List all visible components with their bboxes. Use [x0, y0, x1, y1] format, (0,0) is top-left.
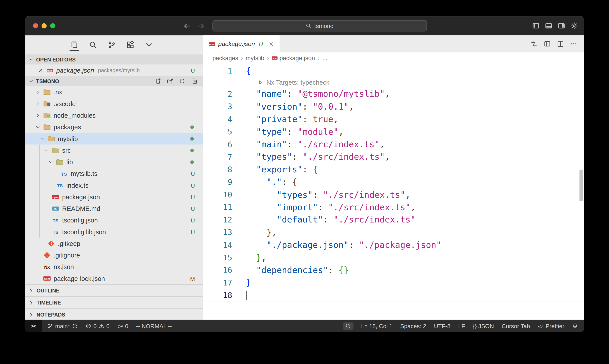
status-notifications[interactable]	[572, 323, 578, 329]
status-problems[interactable]: 00	[86, 323, 110, 329]
line-content: ".": {	[232, 177, 297, 187]
codelens-nx-targets[interactable]: Nx Targets: typecheck	[203, 77, 584, 88]
npm-icon: npm	[43, 274, 51, 282]
code-line-15[interactable]: 15 },	[203, 251, 584, 264]
code-line-11[interactable]: 11 "import": "./src/index.ts",	[203, 201, 584, 213]
toggle-secondary-sidebar-button[interactable]	[558, 22, 565, 29]
close-tab-button[interactable]	[268, 41, 274, 47]
tree-item-readme-md[interactable]: M↓README.mdU	[25, 203, 203, 214]
status-formatter-prettier[interactable]: Prettier	[538, 323, 564, 329]
open-editors-header[interactable]: OPEN EDITORS	[25, 54, 203, 65]
open-editor-item[interactable]: npmpackage.jsonpackages/mytslibU	[25, 65, 203, 76]
tree-item-lib[interactable]: lib	[25, 156, 203, 168]
code-line-13[interactable]: 13 },	[203, 226, 584, 239]
breadcrumb-item[interactable]: ...	[323, 54, 327, 62]
breadcrumb-item[interactable]: npmpackage.json	[272, 54, 315, 62]
status-vim-mode[interactable]: -- NORMAL --	[136, 323, 172, 329]
panel-timeline[interactable]: TIMELINE	[25, 296, 203, 308]
code-line-10[interactable]: 10 "types": "./src/index.ts",	[203, 188, 584, 201]
refresh-explorer-button[interactable]	[179, 78, 185, 84]
status-right: Ln 18, Col 1Spaces: 2UTF-8LF{} JSONCurso…	[343, 322, 578, 330]
tab-package-json[interactable]: npmpackage.jsonU	[203, 35, 280, 52]
explorer-header[interactable]: TSMONO	[25, 76, 203, 86]
status-indentation[interactable]: Spaces: 2	[400, 323, 426, 329]
code-line-12[interactable]: 12 "default": "./src/index.ts"	[203, 213, 584, 226]
panel-notepads[interactable]: NOTEPADS	[25, 308, 203, 320]
tree-item-vscode[interactable]: .vscode	[25, 98, 203, 109]
view-explorer-button[interactable]	[68, 38, 80, 52]
status-eol[interactable]: LF	[458, 323, 465, 329]
code-line-4[interactable]: 4 "private": true,	[203, 113, 584, 126]
status-remote-indicator[interactable]: ><	[25, 320, 42, 332]
code-line-17[interactable]: 17}	[203, 276, 584, 289]
tree-item-label: node_modules	[54, 112, 96, 119]
status-text: 0	[93, 323, 97, 329]
code-line-5[interactable]: 5 "type": "module",	[203, 125, 584, 138]
tree-item-gitignore[interactable]: .gitignore	[25, 249, 203, 261]
code-line-7[interactable]: 7 "types": "./src/index.ts",	[203, 151, 584, 163]
command-center-search[interactable]: tsmono	[212, 20, 427, 31]
tree-item-nx[interactable]: .nx	[25, 86, 203, 98]
status-cursor-position[interactable]: Ln 18, Col 1	[361, 323, 393, 329]
breadcrumb-separator: ›	[267, 55, 269, 61]
status-cursor-tab[interactable]: Cursor Tab	[502, 323, 530, 329]
tree-item-index-ts[interactable]: TSindex.tsU	[25, 179, 203, 191]
status-encoding[interactable]: UTF-8	[434, 323, 450, 329]
forward-button[interactable]	[197, 22, 205, 30]
code-line-1[interactable]: 1{	[203, 65, 584, 77]
code-line-8[interactable]: 8 "exports": {	[203, 163, 584, 176]
line-number: 13	[203, 228, 232, 237]
new-folder-button[interactable]	[167, 78, 173, 84]
compare-changes-button[interactable]	[531, 40, 537, 48]
minimize-window-button[interactable]	[41, 23, 47, 28]
zoom-window-button[interactable]	[50, 23, 55, 28]
settings-button[interactable]	[570, 22, 578, 29]
split-editor-button[interactable]	[557, 40, 564, 48]
view-extensions-button[interactable]	[124, 38, 136, 52]
panel-label: TIMELINE	[37, 300, 61, 306]
code-line-9[interactable]: 9 ".": {	[203, 176, 584, 188]
view-search-button[interactable]	[87, 38, 99, 52]
close-window-button[interactable]	[33, 23, 38, 28]
tree-item-tsconfig-json[interactable]: TStsconfig.jsonU	[25, 214, 203, 226]
code-line-3[interactable]: 3 "version": "0.0.1",	[203, 100, 584, 113]
open-preview-icon	[544, 40, 551, 48]
new-file-button[interactable]	[155, 78, 161, 84]
status-zoom-indicator[interactable]	[343, 322, 353, 330]
code-line-6[interactable]: 6 "main": "./src/index.ts",	[203, 138, 584, 151]
code-editor[interactable]: 1{Nx Targets: typecheck2 "name": "@tsmon…	[203, 64, 584, 320]
tree-item-node-modules[interactable]: node_modules	[25, 110, 203, 121]
chevron-down-icon	[37, 136, 47, 141]
view-source-control-button[interactable]	[106, 38, 118, 52]
titlebar: tsmono	[25, 16, 584, 35]
broadcast-icon	[117, 323, 123, 329]
open-preview-button[interactable]	[544, 40, 551, 48]
tree-item-package-lock-json[interactable]: npmpackage-lock.jsonM	[25, 273, 203, 284]
view-more-views-button[interactable]	[143, 38, 155, 52]
toggle-panel-button[interactable]	[545, 22, 552, 29]
status-git-branch[interactable]: main*	[48, 323, 78, 329]
tree-item-nx-json[interactable]: Nxnx.json	[25, 261, 203, 273]
tree-item-src[interactable]: src	[25, 144, 203, 156]
tree-item-gitkeep[interactable]: .gitkeep	[25, 238, 203, 249]
editor-scrollbar[interactable]	[580, 170, 583, 201]
status-broadcast[interactable]: 0	[117, 323, 128, 329]
code-line-16[interactable]: 16 "dependencies": {}	[203, 264, 584, 276]
code-line-14[interactable]: 14 "./package.json": "./package.json"	[203, 239, 584, 251]
status-language-mode[interactable]: {} JSON	[473, 323, 494, 329]
toggle-primary-sidebar-button[interactable]	[532, 22, 539, 29]
collapse-folders-button[interactable]	[191, 78, 197, 84]
breadcrumb-item[interactable]: mytslib	[246, 54, 264, 62]
tree-item-packages[interactable]: packages	[25, 121, 203, 133]
close-editor-button[interactable]	[38, 68, 43, 73]
code-line-18[interactable]: 18	[203, 289, 584, 302]
tree-item-mytslib[interactable]: mytslib	[25, 133, 203, 144]
more-actions-button[interactable]	[570, 40, 577, 48]
panel-outline[interactable]: OUTLINE	[25, 284, 203, 296]
tree-item-mytslib-ts[interactable]: TSmytslib.tsU	[25, 168, 203, 179]
tree-item-tsconfig-lib-json[interactable]: TStsconfig.lib.jsonU	[25, 226, 203, 238]
back-button[interactable]	[183, 22, 191, 30]
breadcrumb-item[interactable]: packages	[212, 54, 238, 62]
tree-item-package-json[interactable]: npmpackage.jsonU	[25, 191, 203, 203]
code-line-2[interactable]: 2 "name": "@tsmono/mytslib",	[203, 88, 584, 100]
